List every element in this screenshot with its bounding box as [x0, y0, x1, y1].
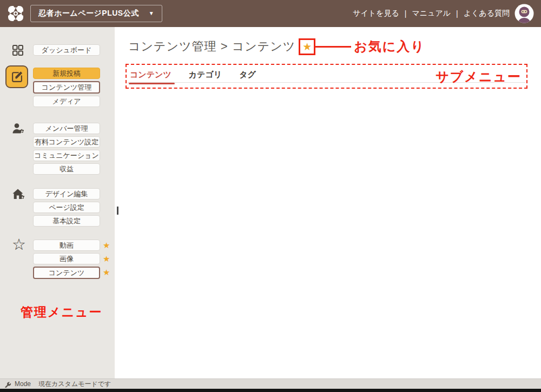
- sidebar-row: コンテンツ★: [33, 267, 100, 279]
- tab[interactable]: タグ: [239, 70, 256, 88]
- mode-status-text: 現在カスタムモードです: [38, 380, 111, 389]
- sidebar-item[interactable]: メンバー管理: [33, 123, 100, 134]
- sidebar-item[interactable]: デザイン編集: [33, 188, 100, 200]
- user-avatar[interactable]: [514, 3, 535, 24]
- sidebar-row: コンテンツ管理: [33, 81, 100, 94]
- submenu-annotation: サブメニュー: [436, 68, 522, 85]
- statusbar: Mode 現在カスタムモードです: [0, 378, 541, 389]
- favorite-star-icon[interactable]: ★: [103, 254, 110, 264]
- sidebar-row: デザイン編集: [33, 188, 100, 200]
- sidebar-group: ☆動画★画像★コンテンツ★: [0, 240, 115, 279]
- sidebar-item[interactable]: ダッシュボード: [33, 44, 100, 56]
- admin-menu-annotation: 管理メニュー: [21, 304, 103, 321]
- ninja-logo-icon: [6, 4, 25, 23]
- link-separator: |: [405, 9, 407, 18]
- topbar-link[interactable]: マニュアル: [412, 9, 451, 18]
- sidebar-row: ダッシュボード: [33, 44, 100, 56]
- sidebar-group: ダッシュボード: [0, 44, 115, 56]
- sidebar-item[interactable]: コミュニケーション: [33, 150, 100, 161]
- member-settings-icon: [12, 123, 25, 135]
- topbar-links: サイトを見る|マニュアル|よくある質問: [353, 9, 510, 18]
- admin-screen: 忍者ホームページPLUS公式 ▼ サイトを見る|マニュアル|よくある質問 ダッシ…: [0, 0, 541, 392]
- sidebar-row: メディア: [33, 96, 100, 107]
- tab[interactable]: コンテンツ: [130, 70, 171, 88]
- favorites-star-icon: ☆: [12, 237, 26, 253]
- topbar-link[interactable]: よくある質問: [464, 9, 510, 18]
- favorite-annotation: お気に入り: [354, 38, 425, 55]
- sidebar-row: ページ設定: [33, 202, 100, 213]
- chevron-down-icon: ▼: [149, 11, 154, 16]
- wrench-icon: [4, 381, 11, 388]
- site-selector-dropdown[interactable]: 忍者ホームページPLUS公式 ▼: [30, 5, 162, 22]
- sidebar: ダッシュボード新規投稿コンテンツ管理メディアメンバー管理有料コンテンツ設定コミュ…: [0, 27, 115, 378]
- sidebar-item[interactable]: 動画: [33, 240, 100, 251]
- topbar-link[interactable]: サイトを見る: [353, 9, 399, 18]
- sidebar-item[interactable]: 収益: [33, 163, 100, 175]
- text-cursor-artifact: [117, 207, 118, 215]
- topbar: 忍者ホームページPLUS公式 ▼ サイトを見る|マニュアル|よくある質問: [0, 0, 541, 27]
- favorite-star-icon[interactable]: ★: [103, 268, 110, 277]
- site-selector-label: 忍者ホームページPLUS公式: [38, 9, 139, 18]
- edit-square-icon[interactable]: [5, 65, 28, 88]
- link-separator: |: [456, 9, 458, 18]
- sidebar-item[interactable]: コンテンツ管理: [33, 81, 100, 94]
- sidebar-row: メンバー管理: [33, 123, 100, 134]
- sidebar-row: 有料コンテンツ設定: [33, 136, 100, 148]
- main-content: コンテンツ管理 > コンテンツ ★ お気に入り コンテンツカテゴリタグ サブメニ…: [115, 27, 541, 378]
- sidebar-item[interactable]: 基本設定: [33, 215, 100, 227]
- breadcrumb-row: コンテンツ管理 > コンテンツ ★ お気に入り: [128, 38, 425, 55]
- dashboard-icon: [12, 44, 24, 56]
- sidebar-item[interactable]: 新規投稿: [33, 68, 100, 79]
- sidebar-row: 基本設定: [33, 215, 100, 227]
- favorite-star-icon[interactable]: ★: [103, 241, 110, 250]
- sidebar-group: デザイン編集ページ設定基本設定: [0, 188, 115, 227]
- sidebar-group: メンバー管理有料コンテンツ設定コミュニケーション収益: [0, 123, 115, 175]
- sidebar-item[interactable]: 画像: [33, 253, 100, 264]
- sidebar-item[interactable]: 有料コンテンツ設定: [33, 136, 100, 148]
- site-settings-icon: [12, 188, 25, 201]
- sidebar-group: 新規投稿コンテンツ管理メディア: [0, 68, 115, 107]
- mode-label: Mode: [15, 380, 31, 388]
- sidebar-row: コミュニケーション: [33, 150, 100, 161]
- sidebar-row: 動画★: [33, 240, 100, 251]
- bottom-edge-strip: [0, 389, 541, 392]
- sidebar-row: 画像★: [33, 253, 100, 264]
- breadcrumb: コンテンツ管理 > コンテンツ: [128, 38, 295, 55]
- sidebar-row: 収益: [33, 163, 100, 175]
- sidebar-item[interactable]: ページ設定: [33, 202, 100, 213]
- sidebar-item[interactable]: メディア: [33, 96, 100, 107]
- favorite-star-icon: ★: [302, 42, 312, 52]
- sidebar-item[interactable]: コンテンツ: [33, 267, 100, 279]
- favorite-toggle-button[interactable]: ★: [299, 38, 315, 55]
- submenu-annotation-box: コンテンツカテゴリタグ サブメニュー: [126, 64, 527, 89]
- annotation-connector-line: [315, 46, 351, 48]
- sidebar-row: 新規投稿: [33, 68, 100, 79]
- tab[interactable]: カテゴリ: [189, 70, 222, 88]
